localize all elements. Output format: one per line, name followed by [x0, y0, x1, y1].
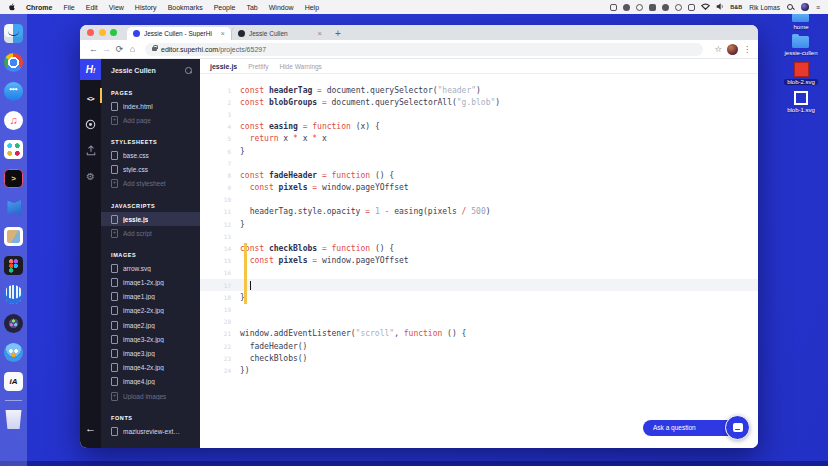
menu-item-bookmarks[interactable]: Bookmarks: [168, 4, 203, 11]
code-line-4[interactable]: 4const easing = function (x) {: [200, 121, 758, 133]
preview-eye-icon[interactable]: [80, 117, 101, 132]
code-line-11[interactable]: 11 headerTag.style.opacity = 1 - easing(…: [200, 206, 758, 218]
desktop-icon-blob-2-svg[interactable]: blob-2.svg: [784, 62, 818, 85]
tab-jessie-cullen-superhi[interactable]: Jessie Cullen - SuperHi ×: [127, 27, 231, 40]
code-line-14[interactable]: 14const checkBlobs = function () {: [200, 242, 758, 254]
fast-user-switch-label[interactable]: Rik Lomas: [749, 4, 780, 11]
dock-ia-icon[interactable]: iA: [4, 372, 23, 391]
menu-extra-icon[interactable]: [649, 4, 656, 11]
dock-terminal-icon[interactable]: >: [4, 169, 23, 188]
volume-icon[interactable]: [716, 3, 724, 11]
desktop-icon-blob-1-svg[interactable]: blob-1.svg: [784, 91, 818, 113]
dock-trash-icon[interactable]: [4, 410, 23, 429]
minimize-window-button[interactable]: [99, 29, 106, 36]
code-line-19[interactable]: 19: [200, 303, 758, 315]
menu-item-people[interactable]: People: [214, 4, 236, 11]
bookmark-star-icon[interactable]: ☆: [714, 44, 722, 54]
siri-icon[interactable]: [801, 3, 809, 11]
action-add-stylesheet[interactable]: Add stylesheet: [101, 177, 200, 191]
code-line-16[interactable]: 16: [200, 267, 758, 279]
menu-item-view[interactable]: View: [109, 4, 124, 11]
tab-jessie-cullen[interactable]: Jessie Cullen ×: [231, 27, 328, 40]
screen-mirroring-icon[interactable]: [688, 4, 695, 11]
desktop-icon-home[interactable]: home: [790, 13, 811, 30]
file-item-image4-2x-jpg[interactable]: image4-2x.jpg: [101, 361, 200, 375]
dock-figma-icon[interactable]: [4, 256, 23, 275]
file-item-image1-2x-jpg[interactable]: image1-2x.jpg: [101, 276, 200, 290]
address-bar[interactable]: editor.superhi.com/projects/65297: [145, 43, 703, 56]
publish-upload-icon[interactable]: [80, 143, 101, 158]
settings-gear-icon[interactable]: ⚙: [80, 169, 101, 184]
code-editor[interactable]: 1const headerTag = document.querySelecto…: [200, 74, 758, 448]
forward-button[interactable]: →: [100, 44, 113, 54]
dock-preview-icon[interactable]: [4, 227, 23, 246]
menu-extra-icon[interactable]: [662, 4, 669, 11]
close-window-button[interactable]: [87, 29, 94, 36]
code-line-12[interactable]: 12}: [200, 218, 758, 230]
file-item-image3-2x-jpg[interactable]: image3-2x.jpg: [101, 332, 200, 346]
code-line-17[interactable]: 17: [200, 279, 758, 291]
notification-center-icon[interactable]: ≡: [816, 4, 820, 11]
code-line-6[interactable]: 6}: [200, 145, 758, 157]
file-item-index-html[interactable]: index.html: [101, 99, 200, 113]
menu-item-help[interactable]: Help: [305, 4, 319, 11]
hide-warnings-button[interactable]: Hide Warnings: [279, 63, 321, 70]
file-item-image2-jpg[interactable]: image2.jpg: [101, 318, 200, 332]
code-line-8[interactable]: 8const fadeHeader = function () {: [200, 169, 758, 181]
search-icon[interactable]: [185, 67, 192, 74]
menu-item-tab[interactable]: Tab: [246, 4, 257, 11]
dock-screenflow-icon[interactable]: [4, 314, 23, 333]
file-item-style-css[interactable]: style.css: [101, 163, 200, 177]
menu-extra-icon[interactable]: [610, 4, 617, 11]
code-line-18[interactable]: 18}: [200, 291, 758, 303]
dock-messages-icon[interactable]: [4, 82, 23, 101]
code-line-1[interactable]: 1const headerTag = document.querySelecto…: [200, 84, 758, 96]
menu-extra-icon[interactable]: [623, 4, 630, 11]
menu-extra-icon[interactable]: [636, 4, 643, 11]
dock-bird-icon[interactable]: [4, 343, 23, 362]
profile-avatar[interactable]: [727, 44, 738, 55]
back-button[interactable]: ←: [87, 44, 100, 54]
code-line-5[interactable]: 5 return x * x * x: [200, 133, 758, 145]
dock-slack-icon[interactable]: [4, 140, 23, 159]
code-line-7[interactable]: 7: [200, 157, 758, 169]
apple-menu-icon[interactable]: [8, 3, 16, 11]
desktop-icon-jessie-cullen[interactable]: jessie-cullen: [781, 36, 820, 56]
active-app-name[interactable]: Chrome: [26, 4, 52, 11]
prettify-button[interactable]: Prettify: [248, 63, 268, 70]
code-line-21[interactable]: 21window.addEventListener("scroll", func…: [200, 328, 758, 340]
file-item-arrow-svg[interactable]: arrow.svg: [101, 261, 200, 275]
reload-button[interactable]: ⟳: [113, 44, 126, 54]
menu-item-history[interactable]: History: [135, 4, 157, 11]
code-line-22[interactable]: 22 fadeHeader(): [200, 340, 758, 352]
code-line-13[interactable]: 13: [200, 230, 758, 242]
chrome-menu-icon[interactable]: ⋮: [743, 45, 751, 54]
superhi-logo[interactable]: H!: [80, 59, 101, 80]
menu-item-file[interactable]: File: [63, 4, 74, 11]
new-tab-button[interactable]: +: [335, 27, 341, 40]
action-upload-images[interactable]: Upload images: [101, 389, 200, 403]
code-line-10[interactable]: 10: [200, 194, 758, 206]
action-add-page[interactable]: Add page: [101, 113, 200, 127]
menu-item-edit[interactable]: Edit: [86, 4, 98, 11]
close-tab-icon[interactable]: ×: [221, 29, 225, 38]
ssl-lock-icon[interactable]: [152, 47, 157, 51]
code-line-2[interactable]: 2const blobGroups = document.querySelect…: [200, 96, 758, 108]
dock-music-icon[interactable]: ♫: [4, 111, 23, 130]
close-tab-icon[interactable]: ×: [318, 29, 322, 38]
code-line-24[interactable]: 24}): [200, 364, 758, 376]
file-item-image4-jpg[interactable]: image4.jpg: [101, 375, 200, 389]
home-button[interactable]: ⌂: [126, 44, 139, 54]
code-line-15[interactable]: 15 const pixels = window.pageYOffset: [200, 255, 758, 267]
file-item-image3-jpg[interactable]: image3.jpg: [101, 346, 200, 360]
dock-finder-icon[interactable]: [4, 24, 23, 43]
code-line-9[interactable]: 9 const pixels = window.pageYOffset: [200, 182, 758, 194]
wifi-icon[interactable]: [701, 3, 710, 11]
dock-stripes-icon[interactable]: [4, 285, 23, 304]
file-item-image2-2x-jpg[interactable]: image2-2x.jpg: [101, 304, 200, 318]
dock-chrome-icon[interactable]: [4, 53, 23, 72]
menu-extra-icon[interactable]: [675, 4, 682, 11]
spotlight-search-icon[interactable]: [787, 4, 794, 11]
file-item-image1-jpg[interactable]: image1.jpg: [101, 290, 200, 304]
back-to-dashboard-icon[interactable]: ←: [80, 422, 101, 434]
